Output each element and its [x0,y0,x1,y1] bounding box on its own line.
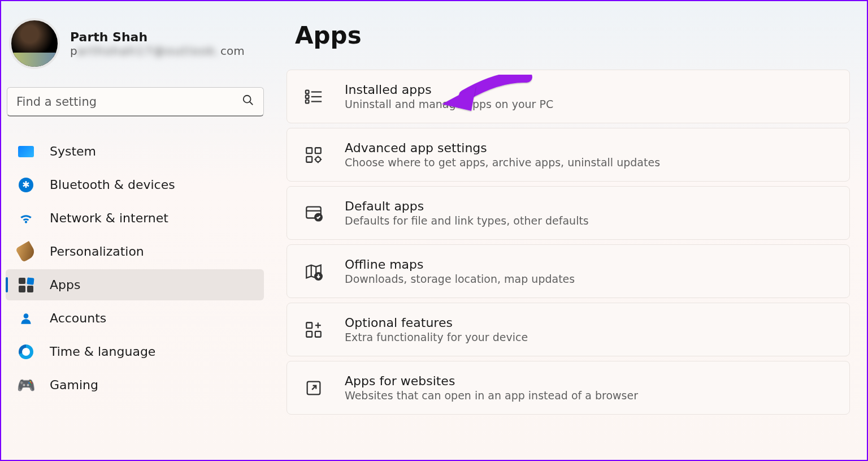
svg-rect-4 [306,95,309,98]
card-text: Installed apps Uninstall and manage apps… [345,83,553,110]
page-title: Apps [295,21,850,49]
nav-list: System ✱ Bluetooth & devices Network & i… [1,130,270,400]
brush-icon [18,244,34,260]
main-content: Apps Installed apps Uninstall and manage… [287,1,867,415]
svg-rect-10 [315,148,321,153]
grid-plus-icon [304,320,323,339]
card-sub: Websites that can open in an app instead… [345,389,638,402]
nav-gaming[interactable]: 🎮 Gaming [6,369,264,400]
search-icon [242,94,254,109]
nav-label: System [50,144,96,158]
grid-gear-icon [304,145,323,165]
gamepad-icon: 🎮 [18,377,34,393]
nav-label: Bluetooth & devices [50,178,175,192]
card-text: Apps for websites Websites that can open… [345,374,638,402]
profile-block[interactable]: Parth Shah parthshah17@outlook.com [1,12,270,79]
email-blur: arthshah17@outlook. [77,44,220,58]
nav-label: Gaming [50,378,98,392]
card-text: Offline maps Downloads, storage location… [345,257,575,285]
card-advanced-app-settings[interactable]: Advanced app settings Choose where to ge… [287,128,850,182]
card-optional-features[interactable]: Optional features Extra functionality fo… [287,303,850,356]
card-sub: Defaults for file and link types, other … [345,214,589,227]
avatar [9,18,60,69]
nav-accounts[interactable]: Accounts [6,303,264,334]
svg-rect-3 [306,90,309,93]
svg-rect-9 [306,148,312,153]
card-installed-apps[interactable]: Installed apps Uninstall and manage apps… [287,70,850,123]
svg-line-1 [250,102,253,105]
card-title: Installed apps [345,83,553,97]
list-icon [304,87,323,106]
bluetooth-icon: ✱ [18,177,34,193]
nav-label: Personalization [50,244,144,258]
card-text: Advanced app settings Choose where to ge… [345,141,660,169]
nav-apps[interactable]: Apps [6,269,264,300]
nav-system[interactable]: System [6,136,264,167]
card-apps-for-websites[interactable]: Apps for websites Websites that can open… [287,361,850,415]
card-title: Apps for websites [345,374,638,388]
card-offline-maps[interactable]: Offline maps Downloads, storage location… [287,244,850,298]
svg-point-2 [24,313,29,318]
card-title: Optional features [345,316,528,330]
email-suffix: com [220,44,245,58]
svg-point-12 [316,157,321,162]
account-icon [18,311,34,326]
nav-label: Network & internet [50,211,168,225]
svg-rect-17 [306,322,312,328]
nav-time[interactable]: Time & language [6,336,264,367]
email-prefix: p [70,44,77,58]
svg-rect-19 [315,331,321,337]
search-input[interactable] [16,95,242,109]
profile-text: Parth Shah parthshah17@outlook.com [70,30,245,58]
card-default-apps[interactable]: Default apps Defaults for file and link … [287,186,850,240]
card-sub: Uninstall and manage apps on your PC [345,98,553,110]
nav-label: Time & language [50,344,155,359]
map-download-icon [304,262,323,281]
card-title: Default apps [345,199,589,213]
wifi-icon [18,210,34,226]
card-title: Offline maps [345,257,575,272]
svg-rect-18 [306,331,312,337]
nav-label: Accounts [50,311,106,325]
card-sub: Downloads, storage location, map updates [345,273,575,285]
system-icon [18,144,34,160]
card-sub: Choose where to get apps, archive apps, … [345,156,660,169]
card-title: Advanced app settings [345,141,660,155]
card-sub: Extra functionality for your device [345,331,528,343]
svg-rect-11 [306,156,312,162]
svg-rect-5 [306,100,309,103]
clock-icon [18,344,34,360]
card-text: Optional features Extra functionality fo… [345,316,528,343]
open-external-icon [304,378,323,398]
search-box[interactable] [7,87,264,117]
sidebar: Parth Shah parthshah17@outlook.com Syste… [1,1,270,460]
nav-bluetooth[interactable]: ✱ Bluetooth & devices [6,169,264,200]
apps-icon [18,277,34,293]
nav-personalization[interactable]: Personalization [6,236,264,267]
svg-point-0 [244,96,251,103]
profile-name: Parth Shah [70,30,245,44]
nav-label: Apps [50,278,80,292]
nav-network[interactable]: Network & internet [6,203,264,234]
window-check-icon [304,204,323,223]
profile-email: parthshah17@outlook.com [70,44,245,58]
card-text: Default apps Defaults for file and link … [345,199,589,227]
